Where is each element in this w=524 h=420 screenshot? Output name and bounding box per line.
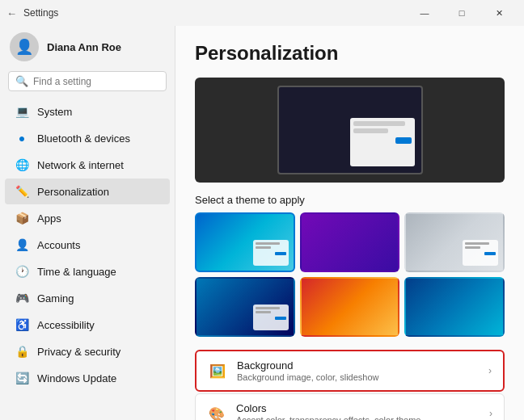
background-icon: 🖼️ — [208, 361, 227, 380]
mini-line-5 — [256, 307, 280, 309]
titlebar-controls: — □ ✕ — [406, 0, 518, 26]
theme-card-4[interactable] — [300, 277, 400, 337]
gaming-icon: 🎮 — [15, 291, 29, 305]
theme-card-1[interactable] — [300, 212, 400, 272]
sidebar-item-time[interactable]: 🕐 Time & language — [5, 258, 170, 284]
settings-item-colors[interactable]: 🎨 Colors Accent color, transparency effe… — [195, 393, 505, 420]
theme-mini-window-2 — [463, 240, 498, 266]
settings-window: ← Settings — □ ✕ 👤 Diana Ann Roe 🔍 — [0, 0, 524, 420]
colors-subtitle: Accent color, transparency effects, colo… — [236, 415, 480, 420]
sidebar-label-apps: Apps — [37, 212, 61, 225]
mini-line-6 — [256, 311, 271, 313]
user-info: 👤 Diana Ann Roe — [0, 26, 175, 71]
colors-text: Colors Accent color, transparency effect… — [236, 402, 480, 420]
mini-line — [256, 242, 280, 245]
avatar-icon: 👤 — [15, 38, 33, 56]
sidebar-item-personalization[interactable]: ✏️ Personalization — [5, 178, 170, 204]
mini-line-4 — [465, 246, 480, 249]
window-preview — [350, 118, 415, 166]
time-icon: 🕐 — [15, 264, 29, 279]
sidebar-label-network: Network & internet — [37, 159, 124, 171]
preview-line-1 — [353, 121, 406, 126]
maximize-button[interactable]: □ — [443, 0, 480, 26]
apps-icon: 📦 — [15, 211, 29, 225]
main-content: Personalization Select a theme to apply — [175, 26, 524, 420]
theme-card-2[interactable] — [404, 212, 505, 272]
sidebar: 👤 Diana Ann Roe 🔍 💻 System ● Bluetooth &… — [0, 26, 175, 420]
colors-icon: 🎨 — [207, 404, 226, 420]
minimize-button[interactable]: — — [406, 0, 443, 26]
accounts-icon: 👤 — [15, 237, 29, 252]
sidebar-label-system: System — [37, 106, 72, 118]
settings-item-background[interactable]: 🖼️ Background Background image, color, s… — [195, 350, 505, 392]
sidebar-label-personalization: Personalization — [37, 186, 109, 198]
sidebar-label-bluetooth: Bluetooth & devices — [37, 132, 130, 145]
sidebar-item-accessibility[interactable]: ♿ Accessibility — [5, 312, 170, 338]
background-title: Background — [237, 359, 479, 372]
mini-btn — [275, 252, 286, 255]
settings-list: 🖼️ Background Background image, color, s… — [195, 350, 505, 420]
colors-arrow: › — [489, 408, 492, 419]
sidebar-item-bluetooth[interactable]: ● Bluetooth & devices — [5, 125, 170, 151]
update-icon: 🔄 — [15, 371, 29, 385]
search-box[interactable]: 🔍 — [8, 71, 167, 91]
accessibility-icon: ♿ — [15, 317, 29, 332]
sidebar-item-system[interactable]: 💻 System — [5, 99, 170, 124]
theme-mini-window-3 — [253, 304, 289, 330]
preview-btn-bar — [353, 137, 412, 144]
mini-line-2 — [256, 246, 271, 249]
mini-line-3 — [465, 242, 489, 245]
system-icon: 💻 — [15, 104, 29, 119]
background-subtitle: Background image, color, slideshow — [237, 372, 479, 382]
nav-list: 💻 System ● Bluetooth & devices 🌐 Network… — [0, 98, 175, 392]
theme-card-5[interactable] — [404, 277, 505, 337]
colors-title: Colors — [236, 402, 480, 414]
sidebar-item-network[interactable]: 🌐 Network & internet — [5, 152, 170, 178]
bluetooth-icon: ● — [15, 131, 29, 145]
desktop-preview — [277, 86, 423, 174]
sidebar-item-privacy[interactable]: 🔒 Privacy & security — [5, 338, 170, 364]
page-title: Personalization — [195, 42, 505, 65]
background-text: Background Background image, color, slid… — [237, 359, 479, 382]
sidebar-label-time: Time & language — [37, 266, 116, 278]
privacy-icon: 🔒 — [15, 344, 29, 359]
back-icon[interactable]: ← — [6, 7, 17, 19]
sidebar-item-gaming[interactable]: 🎮 Gaming — [5, 285, 170, 311]
sidebar-label-update: Windows Update — [37, 372, 116, 384]
mini-btn-3 — [275, 317, 286, 320]
sidebar-label-accounts: Accounts — [37, 239, 80, 251]
content-area: 👤 Diana Ann Roe 🔍 💻 System ● Bluetooth &… — [0, 26, 524, 420]
network-icon: 🌐 — [15, 158, 29, 172]
background-arrow: › — [488, 365, 492, 376]
preview-btn — [395, 137, 412, 144]
theme-card-0[interactable] — [195, 212, 295, 272]
preview-line-2 — [353, 128, 388, 133]
sidebar-item-apps[interactable]: 📦 Apps — [5, 205, 170, 231]
search-input[interactable] — [33, 76, 159, 87]
theme-preview — [195, 78, 505, 183]
sidebar-label-gaming: Gaming — [37, 292, 74, 304]
search-icon: 🔍 — [15, 75, 28, 87]
titlebar: ← Settings — □ ✕ — [0, 0, 524, 26]
theme-card-3[interactable] — [195, 277, 295, 337]
user-name: Diana Ann Roe — [47, 41, 121, 53]
theme-mini-window-0 — [253, 240, 289, 266]
window-title: Settings — [23, 7, 58, 19]
sidebar-item-update[interactable]: 🔄 Windows Update — [5, 365, 170, 391]
sidebar-label-privacy: Privacy & security — [37, 346, 120, 358]
mini-btn-2 — [484, 252, 496, 255]
sidebar-label-accessibility: Accessibility — [37, 319, 95, 331]
titlebar-left: ← Settings — [6, 7, 58, 19]
avatar: 👤 — [10, 32, 39, 61]
sidebar-item-accounts[interactable]: 👤 Accounts — [5, 232, 170, 258]
theme-section-label: Select a theme to apply — [195, 194, 505, 206]
personalization-icon: ✏️ — [15, 184, 29, 199]
themes-grid — [195, 212, 505, 337]
close-button[interactable]: ✕ — [480, 0, 518, 26]
